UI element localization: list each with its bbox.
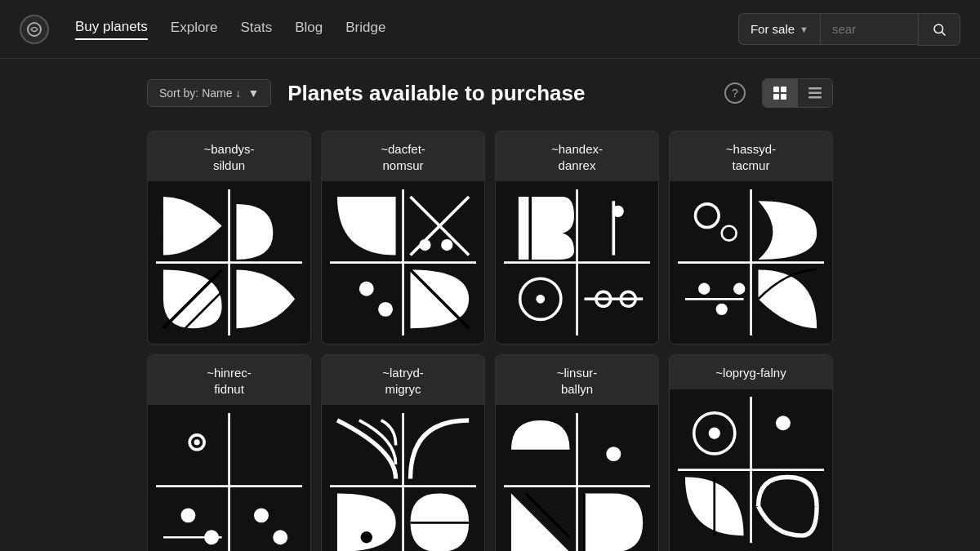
search-bar: For sale ▼ bbox=[738, 13, 960, 46]
planet-name: ~dacfet-nomsur bbox=[322, 131, 484, 181]
header: Buy planets Explore Stats Blog Bridge Fo… bbox=[0, 0, 980, 59]
svg-point-49 bbox=[180, 508, 195, 522]
nav-stats[interactable]: Stats bbox=[240, 20, 272, 39]
svg-point-22 bbox=[359, 282, 374, 296]
planet-card-linsur-ballyn[interactable]: ~linsur-ballyn bbox=[495, 354, 659, 551]
sort-chevron-icon: ▼ bbox=[247, 87, 259, 100]
svg-point-52 bbox=[273, 530, 287, 544]
svg-point-51 bbox=[254, 508, 269, 522]
svg-point-62 bbox=[606, 447, 621, 461]
planet-sigil bbox=[670, 181, 832, 344]
svg-point-48 bbox=[194, 439, 200, 445]
planet-sigil bbox=[148, 405, 310, 551]
planet-card-hinrec-fidnut[interactable]: ~hinrec-fidnut bbox=[147, 354, 311, 551]
filter-label: For sale bbox=[751, 22, 795, 36]
nav-bridge[interactable]: Bridge bbox=[345, 20, 385, 39]
view-toggle bbox=[762, 78, 833, 108]
svg-point-57 bbox=[361, 531, 372, 543]
planet-card-lopryg-falny[interactable]: ~lopryg-falny bbox=[669, 354, 833, 551]
svg-point-21 bbox=[441, 239, 452, 251]
search-input[interactable] bbox=[820, 13, 918, 45]
search-button[interactable] bbox=[918, 13, 960, 46]
svg-rect-9 bbox=[808, 96, 822, 99]
grid-icon bbox=[773, 86, 787, 100]
page-title: Planets available to purchase bbox=[287, 81, 702, 106]
list-icon bbox=[808, 86, 822, 100]
nav-blog[interactable]: Blog bbox=[295, 20, 323, 39]
svg-rect-5 bbox=[773, 94, 779, 100]
planet-name: ~bandys-sildun bbox=[148, 131, 310, 181]
nav-buy-planets[interactable]: Buy planets bbox=[75, 19, 148, 40]
planet-sigil bbox=[148, 181, 310, 344]
grid-view-button[interactable] bbox=[763, 79, 797, 107]
planet-name: ~latryd-migryc bbox=[322, 355, 484, 405]
planet-card-bandys-sildun[interactable]: ~bandys-sildun bbox=[147, 131, 311, 344]
chevron-down-icon: ▼ bbox=[800, 24, 808, 34]
svg-point-41 bbox=[716, 304, 728, 315]
search-icon bbox=[932, 22, 947, 37]
planet-name: ~handex-danrex bbox=[496, 131, 658, 181]
planet-name: ~linsur-ballyn bbox=[496, 355, 658, 405]
svg-line-2 bbox=[942, 32, 945, 35]
logo[interactable] bbox=[20, 15, 49, 44]
svg-point-23 bbox=[378, 302, 393, 317]
help-icon[interactable]: ? bbox=[724, 82, 746, 104]
svg-point-1 bbox=[934, 24, 943, 33]
sort-label: Sort by: Name ↓ bbox=[159, 87, 241, 100]
toolbar: Sort by: Name ↓ ▼ Planets available to p… bbox=[147, 78, 833, 108]
svg-rect-6 bbox=[781, 94, 786, 100]
planet-card-dacfet-nomsur[interactable]: ~dacfet-nomsur bbox=[321, 131, 485, 344]
svg-point-69 bbox=[709, 428, 720, 439]
svg-point-70 bbox=[776, 416, 791, 431]
planet-name: ~hinrec-fidnut bbox=[148, 355, 310, 405]
nav-left: Buy planets Explore Stats Blog Bridge bbox=[20, 15, 385, 44]
planet-card-latryd-migryc[interactable]: ~latryd-migryc bbox=[321, 354, 485, 551]
svg-rect-4 bbox=[781, 87, 786, 92]
svg-rect-7 bbox=[808, 87, 822, 90]
main-content: Sort by: Name ↓ ▼ Planets available to p… bbox=[0, 59, 980, 551]
sort-dropdown[interactable]: Sort by: Name ↓ ▼ bbox=[147, 79, 271, 107]
planet-grid: ~bandys-sildun bbox=[147, 131, 833, 551]
planet-name: ~hassyd-tacmur bbox=[670, 131, 832, 181]
svg-point-42 bbox=[733, 283, 745, 295]
svg-rect-8 bbox=[808, 92, 822, 95]
nav-explore[interactable]: Explore bbox=[171, 20, 218, 39]
svg-point-20 bbox=[419, 239, 430, 251]
nav-links: Buy planets Explore Stats Blog Bridge bbox=[75, 19, 385, 40]
planet-name: ~lopryg-falny bbox=[670, 355, 832, 389]
planet-card-handex-danrex[interactable]: ~handex-danrex bbox=[495, 131, 659, 344]
svg-point-31 bbox=[536, 295, 545, 304]
list-view-button[interactable] bbox=[797, 79, 832, 107]
svg-rect-3 bbox=[773, 87, 779, 92]
svg-point-0 bbox=[28, 23, 41, 36]
planet-sigil bbox=[496, 181, 658, 344]
planet-card-hassyd-tacmur[interactable]: ~hassyd-tacmur bbox=[669, 131, 833, 344]
planet-sigil bbox=[670, 389, 832, 552]
planet-sigil bbox=[322, 405, 484, 551]
planet-sigil bbox=[496, 405, 658, 551]
svg-point-40 bbox=[698, 283, 710, 295]
filter-dropdown[interactable]: For sale ▼ bbox=[738, 13, 820, 45]
planet-sigil bbox=[322, 181, 484, 344]
